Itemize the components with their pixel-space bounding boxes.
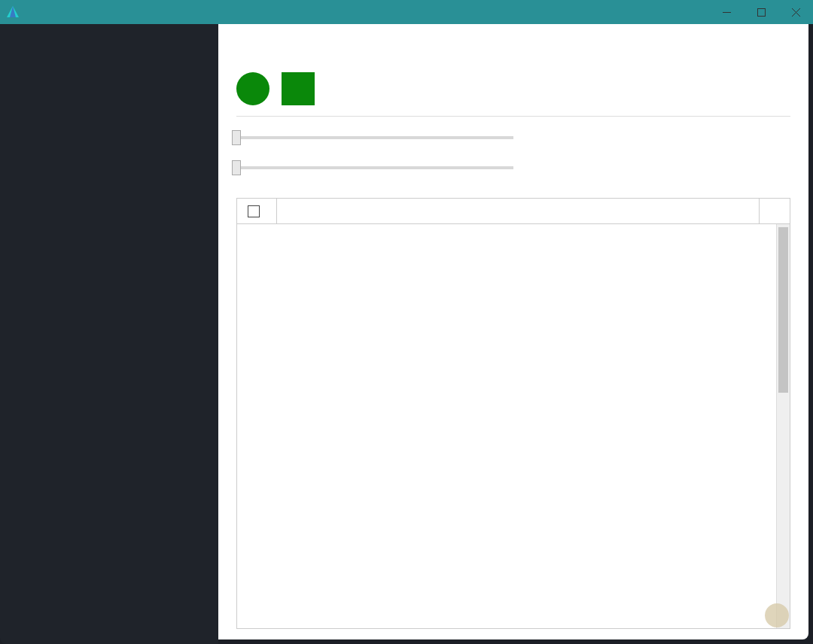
code-panel	[236, 198, 790, 629]
code-content	[237, 224, 790, 236]
width-slider[interactable]	[236, 166, 513, 169]
demo-square	[282, 72, 315, 105]
close-button[interactable]	[778, 0, 813, 24]
demo-shapes	[236, 72, 790, 117]
window-titlebar	[0, 0, 813, 24]
demo-circle	[236, 72, 269, 105]
width-slider-thumb[interactable]	[232, 160, 241, 175]
copy-button[interactable]	[759, 199, 790, 223]
main-content	[218, 24, 808, 639]
code-scroll-thumb[interactable]	[778, 227, 788, 393]
app-logo-icon	[6, 5, 20, 19]
minimize-button[interactable]	[709, 0, 744, 24]
svg-rect-3	[757, 8, 765, 16]
height-slider[interactable]	[236, 136, 513, 139]
code-scrollbar[interactable]	[776, 224, 790, 628]
xaml-tab[interactable]	[277, 199, 759, 223]
sidebar	[0, 24, 218, 644]
checkbox-icon	[248, 205, 260, 217]
height-slider-thumb[interactable]	[232, 130, 241, 145]
showall-checkbox[interactable]	[237, 199, 277, 223]
maximize-button[interactable]	[744, 0, 778, 24]
